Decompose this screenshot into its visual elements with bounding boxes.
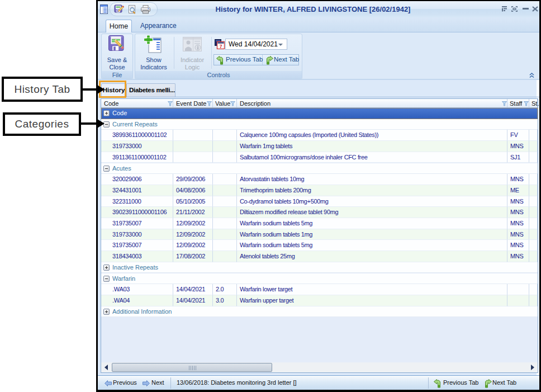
svg-text:7: 7: [220, 44, 222, 49]
